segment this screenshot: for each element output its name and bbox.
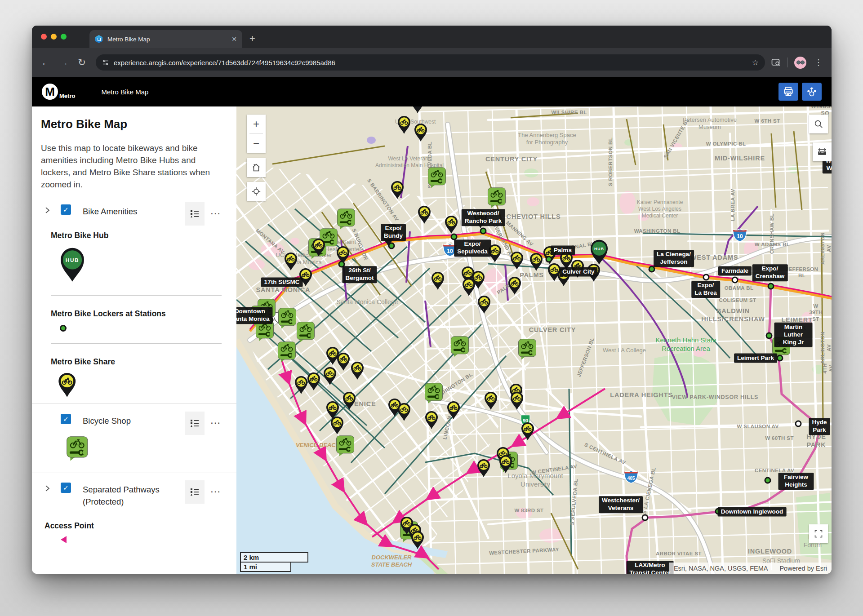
bike-locker-dot[interactable]: [768, 283, 774, 290]
bike-share-pin[interactable]: [510, 252, 524, 272]
bike-share-pin[interactable]: [499, 455, 512, 475]
bicycle-shop-marker[interactable]: [487, 187, 506, 211]
station-label: La Cienega/ Jefferson: [654, 250, 694, 267]
bike-share-pin[interactable]: [521, 422, 534, 443]
station-dot[interactable]: [795, 421, 802, 427]
bike-locker-dot[interactable]: [777, 355, 783, 362]
bicycle-shop-marker[interactable]: [336, 435, 355, 459]
locate-button[interactable]: [247, 182, 266, 201]
bicycle-shop-marker[interactable]: [277, 341, 296, 365]
close-window-button[interactable]: [41, 34, 47, 40]
layer-options-icon[interactable]: ···: [211, 419, 221, 428]
legend-list-icon[interactable]: [185, 412, 205, 435]
measure-button[interactable]: [813, 142, 832, 161]
layer-checkbox[interactable]: ✓: [61, 483, 71, 493]
bike-share-pin[interactable]: [411, 106, 424, 115]
zoom-in-button[interactable]: +: [247, 115, 266, 133]
bike-share-pin[interactable]: [418, 206, 431, 226]
bike-share-pin[interactable]: [529, 253, 543, 273]
maximize-window-button[interactable]: [61, 34, 67, 40]
browser-tab[interactable]: Metro Bike Map ✕: [89, 30, 242, 48]
bike-hub-pin[interactable]: HUB: [589, 239, 609, 267]
zoom-control[interactable]: + −: [247, 115, 266, 153]
bike-share-pin[interactable]: [391, 181, 404, 201]
print-button[interactable]: [778, 83, 798, 101]
bike-share-pin[interactable]: [510, 392, 524, 412]
powered-by-esri[interactable]: Powered by Esri: [779, 565, 827, 572]
layer-checkbox[interactable]: ✓: [61, 204, 71, 215]
legend-list-icon[interactable]: [185, 480, 205, 504]
bike-share-pin[interactable]: [337, 353, 350, 373]
station-dot[interactable]: [703, 274, 710, 281]
share-button[interactable]: [802, 83, 822, 101]
layer-options-icon[interactable]: ···: [211, 209, 221, 218]
bike-share-pin[interactable]: [431, 272, 445, 292]
bicycle-shop-marker[interactable]: [424, 382, 443, 407]
address-bar[interactable]: experience.arcgis.com/experience/71d563d…: [96, 54, 765, 71]
bicycle-shop-marker[interactable]: [450, 336, 469, 360]
bookmark-star-icon[interactable]: ☆: [752, 58, 759, 67]
bicycle-shop-marker[interactable]: [518, 338, 537, 363]
site-info-icon[interactable]: [102, 59, 109, 66]
bike-share-pin[interactable]: [323, 367, 337, 387]
bike-share-pin[interactable]: [351, 362, 364, 382]
bicycle-shop-marker[interactable]: [296, 321, 315, 346]
browser-menu-icon[interactable]: ⋮: [814, 58, 823, 67]
forward-icon[interactable]: →: [56, 57, 71, 68]
tab-title: Metro Bike Map: [107, 36, 227, 43]
bike-locker-dot[interactable]: [766, 332, 773, 339]
bicycle-shop-marker[interactable]: [337, 208, 356, 232]
station-dot[interactable]: [642, 514, 649, 521]
station-label: Expo/ Crenshaw: [752, 264, 788, 281]
search-icon: [809, 115, 828, 133]
bike-share-pin[interactable]: [343, 392, 356, 412]
profile-avatar[interactable]: [794, 57, 806, 69]
street-label: S SEPULVEDA BL: [569, 479, 579, 526]
station-label: Westchester/ Veterans: [599, 496, 643, 513]
bike-share-pin[interactable]: [397, 116, 411, 136]
bike-share-pin[interactable]: [294, 376, 308, 396]
legend-list-icon[interactable]: [185, 202, 205, 226]
layer-options-icon[interactable]: ···: [211, 487, 221, 496]
bike-share-pin[interactable]: [397, 403, 411, 423]
minimize-window-button[interactable]: [51, 34, 57, 40]
bike-share-pin[interactable]: [411, 531, 424, 551]
bike-share-pin[interactable]: [330, 417, 344, 437]
bike-share-pin[interactable]: [284, 253, 298, 273]
bike-share-pin[interactable]: [508, 277, 521, 297]
bike-locker-dot[interactable]: [388, 243, 395, 249]
bike-share-pin[interactable]: [462, 278, 476, 298]
expand-chevron-icon[interactable]: [44, 484, 53, 494]
back-icon[interactable]: ←: [38, 57, 53, 68]
search-button[interactable]: [809, 115, 828, 133]
bike-locker-dot[interactable]: [480, 228, 487, 235]
new-tab-button[interactable]: +: [249, 33, 255, 44]
bike-locker-dot[interactable]: [546, 256, 552, 263]
map-description: Use this map to locate bikeways and bike…: [41, 142, 216, 191]
map-canvas[interactable]: CENTURY CITYCHEVIOT HILLSMID-WILSHIREWES…: [236, 106, 832, 574]
station-dot[interactable]: [732, 277, 738, 284]
layer-label[interactable]: Bike Amenities: [83, 205, 179, 217]
bike-share-pin[interactable]: [307, 372, 320, 393]
bike-share-pin[interactable]: [414, 124, 427, 144]
bicycle-shop-marker[interactable]: [278, 307, 297, 332]
bike-share-pin[interactable]: [477, 459, 490, 479]
tab-close-icon[interactable]: ✕: [231, 35, 237, 43]
layer-checkbox[interactable]: ✓: [61, 414, 71, 424]
layer-label[interactable]: Bicycle Shop: [83, 415, 179, 427]
fullscreen-button[interactable]: [809, 524, 828, 543]
bike-share-pin[interactable]: [425, 411, 438, 431]
bike-share-pin[interactable]: [484, 392, 498, 412]
bike-share-pin[interactable]: [312, 239, 325, 259]
bike-locker-dot[interactable]: [765, 477, 771, 484]
bike-share-pin[interactable]: [445, 216, 458, 236]
home-button[interactable]: [247, 158, 266, 177]
expand-chevron-icon[interactable]: [44, 206, 53, 216]
layer-label[interactable]: Separated Pathways (Protected): [83, 483, 179, 508]
tab-search-icon[interactable]: [771, 58, 781, 66]
bicycle-shop-marker[interactable]: [427, 167, 446, 191]
zoom-out-button[interactable]: −: [247, 134, 266, 153]
reload-icon[interactable]: ↻: [74, 57, 89, 68]
bike-share-pin[interactable]: [477, 296, 491, 316]
bike-share-pin[interactable]: [447, 401, 460, 421]
